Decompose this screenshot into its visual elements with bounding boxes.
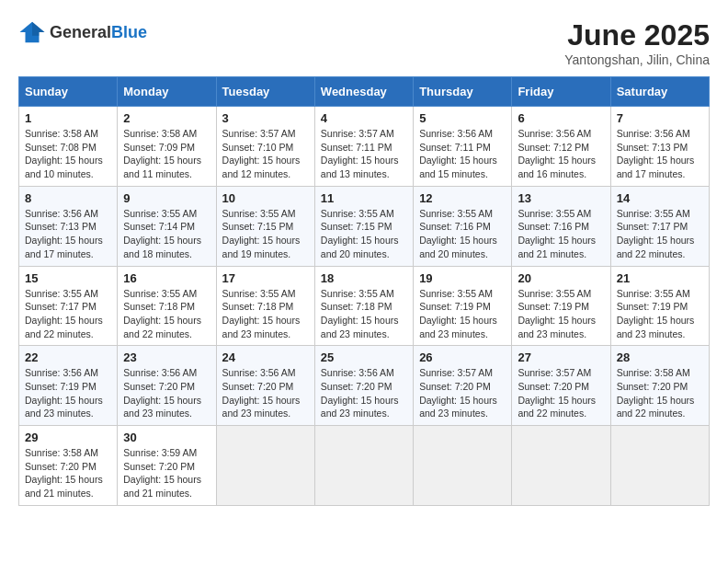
day-number: 23 bbox=[123, 350, 210, 364]
location-subtitle: Yantongshan, Jilin, China bbox=[564, 52, 710, 67]
day-info: Sunrise: 3:56 AMSunset: 7:13 PMDaylight:… bbox=[25, 207, 111, 261]
day-number: 30 bbox=[123, 431, 210, 444]
day-info: Sunrise: 3:57 AMSunset: 7:20 PMDaylight:… bbox=[419, 366, 506, 420]
calendar-week-3: 15Sunrise: 3:55 AMSunset: 7:17 PMDayligh… bbox=[19, 266, 710, 346]
calendar-cell: 9Sunrise: 3:55 AMSunset: 7:14 PMDaylight… bbox=[118, 186, 216, 266]
day-number: 27 bbox=[518, 350, 604, 364]
day-info: Sunrise: 3:55 AMSunset: 7:14 PMDaylight:… bbox=[123, 207, 210, 261]
day-number: 24 bbox=[222, 350, 309, 364]
day-info: Sunrise: 3:59 AMSunset: 7:20 PMDaylight:… bbox=[123, 446, 210, 500]
calendar-cell: 21Sunrise: 3:55 AMSunset: 7:19 PMDayligh… bbox=[610, 266, 709, 346]
day-info: Sunrise: 3:55 AMSunset: 7:18 PMDaylight:… bbox=[222, 287, 309, 341]
calendar-week-1: 1Sunrise: 3:58 AMSunset: 7:08 PMDaylight… bbox=[19, 107, 710, 187]
logo-blue: Blue bbox=[111, 23, 147, 41]
day-info: Sunrise: 3:55 AMSunset: 7:19 PMDaylight:… bbox=[419, 287, 506, 341]
day-number: 15 bbox=[25, 271, 111, 285]
calendar-cell: 20Sunrise: 3:55 AMSunset: 7:19 PMDayligh… bbox=[512, 266, 610, 346]
calendar-cell: 23Sunrise: 3:56 AMSunset: 7:20 PMDayligh… bbox=[118, 346, 216, 426]
day-number: 7 bbox=[617, 111, 703, 125]
day-number: 9 bbox=[123, 191, 210, 205]
day-number: 18 bbox=[321, 271, 407, 285]
day-info: Sunrise: 3:55 AMSunset: 7:18 PMDaylight:… bbox=[321, 287, 407, 341]
calendar-header-tuesday: Tuesday bbox=[216, 77, 314, 107]
day-number: 3 bbox=[222, 111, 309, 125]
logo: GeneralBlue bbox=[18, 18, 147, 46]
logo-icon bbox=[18, 18, 46, 46]
title-area: June 2025 Yantongshan, Jilin, China bbox=[564, 18, 710, 67]
day-info: Sunrise: 3:56 AMSunset: 7:20 PMDaylight:… bbox=[123, 366, 210, 420]
day-number: 14 bbox=[617, 191, 703, 205]
calendar-cell: 22Sunrise: 3:56 AMSunset: 7:19 PMDayligh… bbox=[19, 346, 118, 426]
calendar-header-friday: Friday bbox=[512, 77, 610, 107]
calendar-cell: 8Sunrise: 3:56 AMSunset: 7:13 PMDaylight… bbox=[19, 186, 118, 266]
calendar-cell: 18Sunrise: 3:55 AMSunset: 7:18 PMDayligh… bbox=[314, 266, 413, 346]
day-info: Sunrise: 3:57 AMSunset: 7:10 PMDaylight:… bbox=[222, 127, 309, 181]
calendar-cell bbox=[414, 426, 512, 506]
day-number: 5 bbox=[419, 111, 506, 125]
day-info: Sunrise: 3:58 AMSunset: 7:20 PMDaylight:… bbox=[25, 446, 111, 500]
calendar-cell: 14Sunrise: 3:55 AMSunset: 7:17 PMDayligh… bbox=[610, 186, 709, 266]
logo-text: GeneralBlue bbox=[50, 23, 147, 42]
calendar-cell: 17Sunrise: 3:55 AMSunset: 7:18 PMDayligh… bbox=[216, 266, 314, 346]
logo-general: General bbox=[50, 23, 111, 41]
day-number: 22 bbox=[25, 350, 111, 364]
day-number: 6 bbox=[518, 111, 604, 125]
day-number: 20 bbox=[518, 271, 604, 285]
calendar-header-saturday: Saturday bbox=[610, 77, 709, 107]
day-info: Sunrise: 3:55 AMSunset: 7:16 PMDaylight:… bbox=[419, 207, 506, 261]
svg-marker-1 bbox=[32, 22, 45, 36]
calendar-cell bbox=[512, 426, 610, 506]
day-number: 26 bbox=[419, 350, 506, 364]
day-info: Sunrise: 3:56 AMSunset: 7:19 PMDaylight:… bbox=[25, 366, 111, 420]
day-info: Sunrise: 3:55 AMSunset: 7:16 PMDaylight:… bbox=[518, 207, 604, 261]
calendar-cell: 5Sunrise: 3:56 AMSunset: 7:11 PMDaylight… bbox=[414, 107, 512, 187]
calendar-cell: 29Sunrise: 3:58 AMSunset: 7:20 PMDayligh… bbox=[19, 426, 118, 506]
calendar-cell: 3Sunrise: 3:57 AMSunset: 7:10 PMDaylight… bbox=[216, 107, 314, 187]
day-number: 29 bbox=[25, 431, 111, 444]
calendar-cell bbox=[610, 426, 709, 506]
calendar-header-sunday: Sunday bbox=[19, 77, 118, 107]
calendar-cell: 26Sunrise: 3:57 AMSunset: 7:20 PMDayligh… bbox=[414, 346, 512, 426]
calendar-cell bbox=[314, 426, 413, 506]
calendar-cell: 15Sunrise: 3:55 AMSunset: 7:17 PMDayligh… bbox=[19, 266, 118, 346]
calendar-cell: 28Sunrise: 3:58 AMSunset: 7:20 PMDayligh… bbox=[610, 346, 709, 426]
day-info: Sunrise: 3:55 AMSunset: 7:15 PMDaylight:… bbox=[321, 207, 407, 261]
day-number: 25 bbox=[321, 350, 407, 364]
calendar-header-thursday: Thursday bbox=[414, 77, 512, 107]
calendar-cell: 7Sunrise: 3:56 AMSunset: 7:13 PMDaylight… bbox=[610, 107, 709, 187]
calendar-header-wednesday: Wednesday bbox=[314, 77, 413, 107]
calendar-cell: 12Sunrise: 3:55 AMSunset: 7:16 PMDayligh… bbox=[414, 186, 512, 266]
day-number: 21 bbox=[617, 271, 703, 285]
calendar-week-2: 8Sunrise: 3:56 AMSunset: 7:13 PMDaylight… bbox=[19, 186, 710, 266]
day-number: 1 bbox=[25, 111, 111, 125]
day-number: 2 bbox=[123, 111, 210, 125]
day-info: Sunrise: 3:57 AMSunset: 7:11 PMDaylight:… bbox=[321, 127, 407, 181]
day-number: 16 bbox=[123, 271, 210, 285]
calendar-cell: 24Sunrise: 3:56 AMSunset: 7:20 PMDayligh… bbox=[216, 346, 314, 426]
calendar-header-monday: Monday bbox=[118, 77, 216, 107]
day-number: 8 bbox=[25, 191, 111, 205]
calendar-cell: 6Sunrise: 3:56 AMSunset: 7:12 PMDaylight… bbox=[512, 107, 610, 187]
day-info: Sunrise: 3:55 AMSunset: 7:18 PMDaylight:… bbox=[123, 287, 210, 341]
calendar-cell: 11Sunrise: 3:55 AMSunset: 7:15 PMDayligh… bbox=[314, 186, 413, 266]
day-number: 12 bbox=[419, 191, 506, 205]
day-number: 17 bbox=[222, 271, 309, 285]
day-number: 10 bbox=[222, 191, 309, 205]
calendar-cell: 25Sunrise: 3:56 AMSunset: 7:20 PMDayligh… bbox=[314, 346, 413, 426]
calendar-cell: 19Sunrise: 3:55 AMSunset: 7:19 PMDayligh… bbox=[414, 266, 512, 346]
day-info: Sunrise: 3:55 AMSunset: 7:17 PMDaylight:… bbox=[25, 287, 111, 341]
day-info: Sunrise: 3:56 AMSunset: 7:13 PMDaylight:… bbox=[617, 127, 703, 181]
calendar-week-4: 22Sunrise: 3:56 AMSunset: 7:19 PMDayligh… bbox=[19, 346, 710, 426]
calendar-cell: 13Sunrise: 3:55 AMSunset: 7:16 PMDayligh… bbox=[512, 186, 610, 266]
calendar-cell: 27Sunrise: 3:57 AMSunset: 7:20 PMDayligh… bbox=[512, 346, 610, 426]
calendar-table: SundayMondayTuesdayWednesdayThursdayFrid… bbox=[18, 76, 710, 506]
day-info: Sunrise: 3:55 AMSunset: 7:15 PMDaylight:… bbox=[222, 207, 309, 261]
day-number: 13 bbox=[518, 191, 604, 205]
day-info: Sunrise: 3:55 AMSunset: 7:17 PMDaylight:… bbox=[617, 207, 703, 261]
day-info: Sunrise: 3:56 AMSunset: 7:20 PMDaylight:… bbox=[321, 366, 407, 420]
day-info: Sunrise: 3:56 AMSunset: 7:11 PMDaylight:… bbox=[419, 127, 506, 181]
calendar-cell: 16Sunrise: 3:55 AMSunset: 7:18 PMDayligh… bbox=[118, 266, 216, 346]
day-info: Sunrise: 3:56 AMSunset: 7:20 PMDaylight:… bbox=[222, 366, 309, 420]
day-info: Sunrise: 3:57 AMSunset: 7:20 PMDaylight:… bbox=[518, 366, 604, 420]
day-number: 11 bbox=[321, 191, 407, 205]
